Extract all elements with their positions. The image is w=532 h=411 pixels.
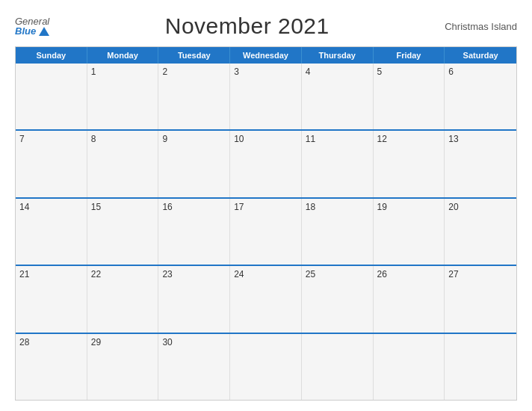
calendar-cell-4-4: 24 [230,266,302,332]
day-number: 5 [377,67,383,77]
calendar-cell-1-4: 3 [230,64,302,129]
calendar-cell-5-5 [302,334,374,400]
header-thursday: Thursday [302,47,374,64]
calendar-cell-1-7: 6 [445,64,516,129]
day-number: 20 [448,202,458,212]
day-number: 28 [19,337,29,347]
day-number: 7 [19,134,25,144]
header-tuesday: Tuesday [158,47,230,64]
calendar-cell-2-2: 8 [87,131,159,197]
logo: General Blue [15,16,49,36]
calendar-week-4: 21222324252627 [16,265,516,332]
header-friday: Friday [374,47,445,64]
day-number: 6 [448,67,454,77]
calendar-cell-1-2: 1 [87,64,159,129]
region-label: Christmas Island [445,21,517,32]
logo-triangle-icon [39,27,49,36]
day-number: 29 [91,337,101,347]
day-number: 9 [162,134,167,144]
calendar-cell-3-7: 20 [445,199,516,265]
calendar-cell-3-5: 18 [302,199,374,265]
calendar-cell-4-1: 21 [16,266,87,332]
calendar-cell-4-3: 23 [158,266,230,332]
day-number: 19 [377,202,387,212]
calendar: Sunday Monday Tuesday Wednesday Thursday… [15,46,517,401]
calendar-cell-4-5: 25 [302,266,374,332]
day-number: 4 [306,67,311,77]
day-number: 1 [91,67,96,77]
calendar-cell-1-5: 4 [302,64,374,129]
calendar-cell-5-6 [374,334,445,400]
day-number: 23 [162,269,172,279]
day-number: 24 [234,269,244,279]
calendar-body: 1234567891011121314151617181920212223242… [16,64,516,400]
calendar-week-1: 123456 [16,64,516,129]
calendar-cell-5-1: 28 [16,334,87,400]
day-number: 17 [234,202,244,212]
calendar-cell-3-6: 19 [374,199,445,265]
day-number: 11 [306,134,315,144]
day-number: 8 [91,134,96,144]
logo-blue-text: Blue [15,26,49,36]
calendar-cell-2-1: 7 [16,131,87,197]
calendar-cell-5-4 [230,334,302,400]
day-number: 14 [19,202,29,212]
header-monday: Monday [87,47,159,64]
calendar-cell-1-6: 5 [374,64,445,129]
calendar-cell-4-7: 27 [445,266,516,332]
calendar-cell-5-3: 30 [158,334,230,400]
calendar-cell-2-6: 12 [374,131,445,197]
day-number: 27 [448,269,458,279]
day-number: 12 [377,134,387,144]
day-number: 13 [448,134,458,144]
page: General Blue November 2021 Christmas Isl… [0,0,532,411]
calendar-cell-2-7: 13 [445,131,516,197]
calendar-week-2: 78910111213 [16,129,516,197]
calendar-cell-1-3: 2 [158,64,230,129]
calendar-cell-3-4: 17 [230,199,302,265]
header-wednesday: Wednesday [230,47,302,64]
calendar-title: November 2021 [165,13,330,39]
day-number: 15 [91,202,101,212]
day-number: 18 [306,202,315,212]
day-number: 2 [162,67,167,77]
calendar-week-5: 282930 [16,333,516,400]
calendar-cell-5-7 [445,334,516,400]
calendar-cell-2-3: 9 [158,131,230,197]
calendar-cell-3-3: 16 [158,199,230,265]
calendar-cell-2-4: 10 [230,131,302,197]
calendar-cell-4-2: 22 [87,266,159,332]
day-number: 26 [377,269,387,279]
calendar-cell-2-5: 11 [302,131,374,197]
day-number: 25 [306,269,315,279]
header: General Blue November 2021 Christmas Isl… [15,13,517,39]
day-number: 16 [162,202,172,212]
day-number: 21 [19,269,29,279]
calendar-cell-1-1 [16,64,87,129]
calendar-cell-3-2: 15 [87,199,159,265]
day-number: 10 [234,134,244,144]
day-number: 22 [91,269,101,279]
header-saturday: Saturday [445,47,516,64]
header-sunday: Sunday [16,47,87,64]
day-number: 3 [234,67,239,77]
calendar-cell-5-2: 29 [87,334,159,400]
calendar-week-3: 14151617181920 [16,197,516,265]
calendar-cell-3-1: 14 [16,199,87,265]
day-number: 30 [162,337,172,347]
calendar-cell-4-6: 26 [374,266,445,332]
calendar-header-row: Sunday Monday Tuesday Wednesday Thursday… [16,47,516,64]
